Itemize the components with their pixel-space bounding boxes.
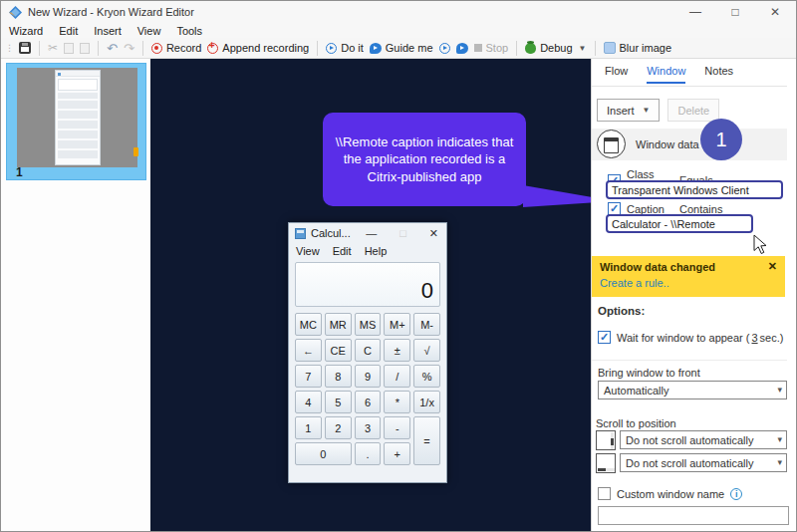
debug-button[interactable]: Debug▼ <box>525 42 586 54</box>
tab-window[interactable]: Window <box>647 65 685 84</box>
calc-key-8[interactable]: 8 <box>325 365 352 388</box>
menu-tools[interactable]: Tools <box>176 25 202 37</box>
calc-key-5[interactable]: 5 <box>325 391 352 413</box>
tab-notes[interactable]: Notes <box>704 65 733 84</box>
wait-seconds-value[interactable]: 3 <box>751 332 757 344</box>
panel-tabs: Flow Window Notes <box>605 65 733 84</box>
delete-button[interactable]: Delete <box>667 99 719 122</box>
calc-key-6[interactable]: 6 <box>355 391 382 413</box>
calc-key-M+[interactable]: M+ <box>384 313 410 336</box>
calc-key-1[interactable]: 1 <box>295 416 322 439</box>
insert-button[interactable]: Insert▼ <box>597 99 660 122</box>
window-data-changed-alert: Window data changed ✕ Create a rule.. <box>592 256 785 297</box>
calc-key-%[interactable]: % <box>413 365 440 388</box>
do-it-from-here-button[interactable] <box>439 43 450 54</box>
cut-button[interactable]: ✂ <box>48 41 58 55</box>
menu-bar: Wizard Edit Insert View Tools <box>1 23 796 38</box>
calc-key-*[interactable]: * <box>384 391 410 413</box>
calculator-minimize-button[interactable]: — <box>366 227 377 239</box>
calculator-maximize-button[interactable]: □ <box>399 227 406 239</box>
wait-for-window-checkbox[interactable] <box>598 331 611 344</box>
calc-key-.[interactable]: . <box>355 442 382 465</box>
calc-menu-edit[interactable]: Edit <box>333 245 352 257</box>
options-heading: Options: <box>598 305 645 317</box>
field-operator[interactable]: Contains <box>679 203 722 215</box>
create-rule-link[interactable]: Create a rule.. <box>600 277 777 289</box>
field-name: Caption <box>627 203 673 215</box>
calc-key-←[interactable]: ← <box>295 339 322 362</box>
calculator-close-button[interactable]: ✕ <box>429 227 438 240</box>
calc-key-/[interactable]: / <box>384 365 410 388</box>
guide-me-icon <box>456 43 468 54</box>
redo-button[interactable]: ↷ <box>124 41 134 56</box>
calc-key-MS[interactable]: MS <box>355 313 382 336</box>
calc-key-CE[interactable]: CE <box>325 339 352 362</box>
undo-button[interactable]: ↶ <box>107 41 118 56</box>
screenshot-thumbnail-1[interactable]: 1 <box>6 63 146 180</box>
menu-wizard[interactable]: Wizard <box>9 25 43 37</box>
toolbar-grip: ⋮ <box>5 43 13 53</box>
undo-icon: ↶ <box>107 41 118 56</box>
stop-button[interactable]: Stop <box>474 42 509 54</box>
horizontal-scroll-select[interactable]: Do not scroll automatically <box>620 453 787 472</box>
append-recording-button[interactable]: Append recording <box>207 42 309 54</box>
bring-to-front-select[interactable]: Automatically <box>598 381 787 399</box>
calc-key-M-[interactable]: M- <box>413 313 440 336</box>
calc-key-0[interactable]: 0 <box>295 442 352 465</box>
calc-key-C[interactable]: C <box>355 339 382 362</box>
minimize-button[interactable]: — <box>688 5 702 19</box>
blur-image-icon <box>604 42 616 54</box>
menu-edit[interactable]: Edit <box>59 25 78 37</box>
bug-icon <box>525 43 536 54</box>
calc-key-7[interactable]: 7 <box>295 365 322 388</box>
calc-menu-help[interactable]: Help <box>365 245 388 257</box>
calc-key-MC[interactable]: MC <box>295 313 322 336</box>
calc-key-=[interactable]: = <box>413 416 440 465</box>
calculator-app-icon <box>295 228 306 239</box>
alert-close-icon[interactable]: ✕ <box>768 260 777 273</box>
calc-key-4[interactable]: 4 <box>295 391 322 413</box>
app-logo-icon <box>9 6 22 19</box>
annotation-callout: \\Remote caption indicates that the appl… <box>323 113 526 206</box>
custom-window-name-checkbox[interactable] <box>598 487 611 500</box>
close-button[interactable]: ✕ <box>768 5 782 19</box>
calc-menu-view[interactable]: View <box>296 245 320 257</box>
custom-window-name-row: Custom window name <box>598 487 742 500</box>
guide-me-from-here-button[interactable] <box>456 43 468 54</box>
chevron-down-icon: ▼ <box>579 44 587 53</box>
blur-image-button[interactable]: Blur image <box>604 42 672 54</box>
copy-button[interactable] <box>64 43 74 54</box>
menu-view[interactable]: View <box>137 25 161 37</box>
calc-key--[interactable]: - <box>384 416 410 439</box>
vertical-scroll-icon <box>596 430 616 450</box>
record-button[interactable]: Record <box>151 42 201 54</box>
calculator-keypad: MCMRMSM+M-←CEC±√789/%456*1/x123-=0.+ <box>289 311 446 471</box>
thumbnail-marker-icon <box>133 147 138 156</box>
window-data-header: Window data <box>592 129 787 160</box>
class-name-value[interactable]: Transparent Windows Client <box>606 180 783 199</box>
vertical-scroll-select[interactable]: Do not scroll automatically <box>620 430 787 449</box>
calc-key-3[interactable]: 3 <box>355 416 382 439</box>
calc-key-+[interactable]: + <box>384 442 410 465</box>
paste-button[interactable] <box>80 43 90 54</box>
save-button[interactable] <box>19 42 31 54</box>
maximize-button[interactable]: □ <box>728 5 742 19</box>
calc-key-±[interactable]: ± <box>384 339 410 362</box>
tab-flow[interactable]: Flow <box>605 65 628 84</box>
save-icon <box>19 42 31 54</box>
calc-key-1/x[interactable]: 1/x <box>413 391 440 413</box>
calculator-menu-bar: View Edit Help <box>289 243 446 259</box>
guide-me-button[interactable]: Guide me <box>370 42 433 54</box>
calc-key-√[interactable]: √ <box>413 339 440 362</box>
paste-icon <box>80 43 90 54</box>
step-badge: 1 <box>700 119 742 160</box>
do-it-button[interactable]: Do it <box>326 42 364 54</box>
menu-insert[interactable]: Insert <box>94 25 122 37</box>
info-icon[interactable] <box>730 488 742 500</box>
kryon-wizard-editor-window: New Wizard - Kryon Wizard Editor — □ ✕ W… <box>0 0 797 532</box>
calc-key-2[interactable]: 2 <box>325 416 352 439</box>
custom-window-name-input[interactable] <box>598 506 789 525</box>
calc-key-MR[interactable]: MR <box>325 313 352 336</box>
calc-key-9[interactable]: 9 <box>355 365 382 388</box>
caption-value[interactable]: Calculator - \\Remote <box>606 214 753 233</box>
